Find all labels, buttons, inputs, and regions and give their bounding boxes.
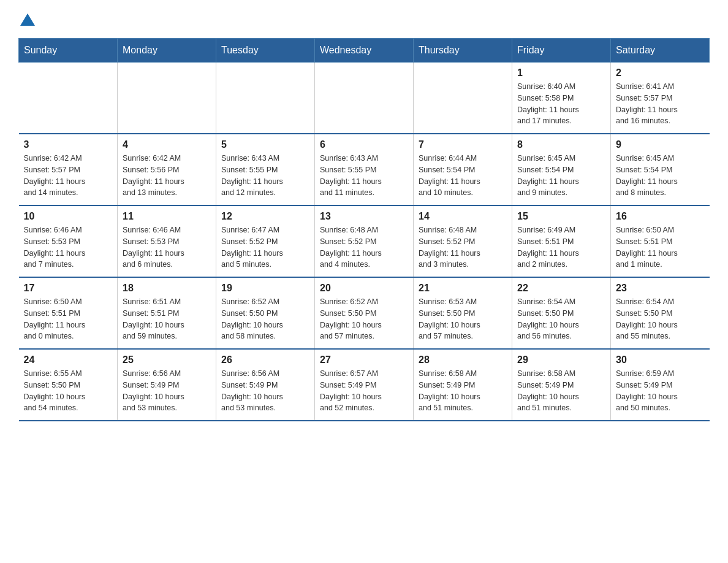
calendar-cell [118, 63, 216, 134]
day-info: Sunrise: 6:59 AM Sunset: 5:49 PM Dayligh… [616, 368, 705, 414]
calendar-cell: 25Sunrise: 6:56 AM Sunset: 5:49 PM Dayli… [118, 349, 216, 421]
calendar-cell: 10Sunrise: 6:46 AM Sunset: 5:53 PM Dayli… [19, 205, 118, 277]
day-info: Sunrise: 6:48 AM Sunset: 5:52 PM Dayligh… [320, 224, 408, 270]
calendar-cell: 19Sunrise: 6:52 AM Sunset: 5:50 PM Dayli… [216, 277, 315, 349]
day-number: 8 [517, 139, 605, 150]
calendar-cell [216, 63, 315, 134]
calendar-cell: 17Sunrise: 6:50 AM Sunset: 5:51 PM Dayli… [19, 277, 118, 349]
calendar-cell [414, 63, 512, 134]
day-info: Sunrise: 6:41 AM Sunset: 5:57 PM Dayligh… [616, 81, 705, 127]
calendar-cell: 26Sunrise: 6:56 AM Sunset: 5:49 PM Dayli… [216, 349, 315, 421]
calendar-cell: 4Sunrise: 6:42 AM Sunset: 5:56 PM Daylig… [118, 134, 216, 205]
day-info: Sunrise: 6:51 AM Sunset: 5:51 PM Dayligh… [123, 296, 211, 342]
weekday-header-sunday: Sunday [19, 39, 118, 63]
day-number: 29 [517, 354, 605, 366]
day-number: 4 [123, 139, 211, 150]
day-info: Sunrise: 6:57 AM Sunset: 5:49 PM Dayligh… [320, 368, 408, 414]
weekday-header-friday: Friday [512, 39, 611, 63]
calendar-week-row: 3Sunrise: 6:42 AM Sunset: 5:57 PM Daylig… [19, 134, 710, 205]
day-number: 21 [419, 283, 507, 294]
day-info: Sunrise: 6:45 AM Sunset: 5:54 PM Dayligh… [616, 153, 705, 199]
calendar-cell: 11Sunrise: 6:46 AM Sunset: 5:53 PM Dayli… [118, 205, 216, 277]
day-info: Sunrise: 6:43 AM Sunset: 5:55 PM Dayligh… [221, 153, 309, 199]
calendar-week-row: 24Sunrise: 6:55 AM Sunset: 5:50 PM Dayli… [19, 349, 710, 421]
day-number: 7 [419, 139, 507, 150]
calendar-cell: 27Sunrise: 6:57 AM Sunset: 5:49 PM Dayli… [315, 349, 414, 421]
calendar-cell: 14Sunrise: 6:48 AM Sunset: 5:52 PM Dayli… [414, 205, 512, 277]
day-number: 9 [616, 139, 705, 150]
weekday-header-wednesday: Wednesday [315, 39, 414, 63]
day-info: Sunrise: 6:43 AM Sunset: 5:55 PM Dayligh… [320, 153, 408, 199]
calendar-cell: 29Sunrise: 6:58 AM Sunset: 5:49 PM Dayli… [512, 349, 611, 421]
day-number: 20 [320, 283, 408, 294]
day-number: 16 [616, 211, 705, 222]
day-info: Sunrise: 6:49 AM Sunset: 5:51 PM Dayligh… [517, 224, 605, 270]
day-number: 23 [616, 283, 705, 294]
calendar-cell: 16Sunrise: 6:50 AM Sunset: 5:51 PM Dayli… [611, 205, 710, 277]
calendar-cell: 3Sunrise: 6:42 AM Sunset: 5:57 PM Daylig… [19, 134, 118, 205]
calendar-cell: 1Sunrise: 6:40 AM Sunset: 5:58 PM Daylig… [512, 63, 611, 134]
day-info: Sunrise: 6:45 AM Sunset: 5:54 PM Dayligh… [517, 153, 605, 199]
calendar-week-row: 17Sunrise: 6:50 AM Sunset: 5:51 PM Dayli… [19, 277, 710, 349]
day-number: 19 [221, 283, 309, 294]
day-info: Sunrise: 6:54 AM Sunset: 5:50 PM Dayligh… [517, 296, 605, 342]
day-number: 12 [221, 211, 309, 222]
calendar-cell: 8Sunrise: 6:45 AM Sunset: 5:54 PM Daylig… [512, 134, 611, 205]
calendar-cell: 6Sunrise: 6:43 AM Sunset: 5:55 PM Daylig… [315, 134, 414, 205]
day-number: 24 [24, 354, 113, 366]
calendar-header-row: SundayMondayTuesdayWednesdayThursdayFrid… [19, 39, 710, 63]
day-info: Sunrise: 6:58 AM Sunset: 5:49 PM Dayligh… [517, 368, 605, 414]
calendar-week-row: 1Sunrise: 6:40 AM Sunset: 5:58 PM Daylig… [19, 63, 710, 134]
day-number: 13 [320, 211, 408, 222]
day-number: 30 [616, 354, 705, 366]
day-info: Sunrise: 6:48 AM Sunset: 5:52 PM Dayligh… [419, 224, 507, 270]
calendar-cell: 23Sunrise: 6:54 AM Sunset: 5:50 PM Dayli… [611, 277, 710, 349]
calendar-cell: 12Sunrise: 6:47 AM Sunset: 5:52 PM Dayli… [216, 205, 315, 277]
calendar-cell: 30Sunrise: 6:59 AM Sunset: 5:49 PM Dayli… [611, 349, 710, 421]
day-info: Sunrise: 6:52 AM Sunset: 5:50 PM Dayligh… [320, 296, 408, 342]
day-number: 26 [221, 354, 309, 366]
calendar-cell: 28Sunrise: 6:58 AM Sunset: 5:49 PM Dayli… [414, 349, 512, 421]
weekday-header-tuesday: Tuesday [216, 39, 315, 63]
page-header [18, 12, 710, 26]
day-number: 22 [517, 283, 605, 294]
day-number: 10 [24, 211, 113, 222]
day-info: Sunrise: 6:46 AM Sunset: 5:53 PM Dayligh… [24, 224, 113, 270]
calendar-cell: 21Sunrise: 6:53 AM Sunset: 5:50 PM Dayli… [414, 277, 512, 349]
day-info: Sunrise: 6:53 AM Sunset: 5:50 PM Dayligh… [419, 296, 507, 342]
day-info: Sunrise: 6:46 AM Sunset: 5:53 PM Dayligh… [123, 224, 211, 270]
calendar-cell [19, 63, 118, 134]
day-number: 11 [123, 211, 211, 222]
day-info: Sunrise: 6:50 AM Sunset: 5:51 PM Dayligh… [24, 296, 113, 342]
day-number: 17 [24, 283, 113, 294]
day-number: 28 [419, 354, 507, 366]
calendar-cell: 20Sunrise: 6:52 AM Sunset: 5:50 PM Dayli… [315, 277, 414, 349]
day-number: 5 [221, 139, 309, 150]
day-info: Sunrise: 6:56 AM Sunset: 5:49 PM Dayligh… [221, 368, 309, 414]
weekday-header-monday: Monday [118, 39, 216, 63]
day-info: Sunrise: 6:42 AM Sunset: 5:57 PM Dayligh… [24, 153, 113, 199]
day-info: Sunrise: 6:44 AM Sunset: 5:54 PM Dayligh… [419, 153, 507, 199]
day-number: 15 [517, 211, 605, 222]
day-info: Sunrise: 6:56 AM Sunset: 5:49 PM Dayligh… [123, 368, 211, 414]
calendar-cell: 9Sunrise: 6:45 AM Sunset: 5:54 PM Daylig… [611, 134, 710, 205]
day-info: Sunrise: 6:58 AM Sunset: 5:49 PM Dayligh… [419, 368, 507, 414]
calendar-table: SundayMondayTuesdayWednesdayThursdayFrid… [18, 38, 710, 421]
calendar-cell: 15Sunrise: 6:49 AM Sunset: 5:51 PM Dayli… [512, 205, 611, 277]
day-info: Sunrise: 6:55 AM Sunset: 5:50 PM Dayligh… [24, 368, 113, 414]
calendar-cell: 13Sunrise: 6:48 AM Sunset: 5:52 PM Dayli… [315, 205, 414, 277]
day-number: 18 [123, 283, 211, 294]
day-info: Sunrise: 6:42 AM Sunset: 5:56 PM Dayligh… [123, 153, 211, 199]
calendar-cell: 24Sunrise: 6:55 AM Sunset: 5:50 PM Dayli… [19, 349, 118, 421]
calendar-week-row: 10Sunrise: 6:46 AM Sunset: 5:53 PM Dayli… [19, 205, 710, 277]
day-number: 27 [320, 354, 408, 366]
calendar-cell: 5Sunrise: 6:43 AM Sunset: 5:55 PM Daylig… [216, 134, 315, 205]
calendar-cell: 18Sunrise: 6:51 AM Sunset: 5:51 PM Dayli… [118, 277, 216, 349]
day-number: 1 [517, 67, 605, 79]
weekday-header-thursday: Thursday [414, 39, 512, 63]
day-info: Sunrise: 6:40 AM Sunset: 5:58 PM Dayligh… [517, 81, 605, 127]
logo [18, 12, 42, 26]
calendar-cell [315, 63, 414, 134]
day-number: 14 [419, 211, 507, 222]
calendar-cell: 2Sunrise: 6:41 AM Sunset: 5:57 PM Daylig… [611, 63, 710, 134]
